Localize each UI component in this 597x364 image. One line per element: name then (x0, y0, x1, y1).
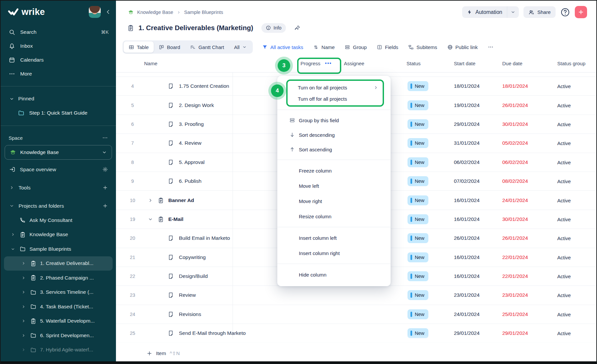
filter-button[interactable]: All active tasks (262, 44, 303, 50)
start-date[interactable]: 26/01/2024 (454, 235, 480, 241)
collapse-sidebar-button[interactable] (105, 9, 111, 15)
chevron-right-icon[interactable] (21, 304, 27, 309)
start-date[interactable]: 29/01/2024 (454, 121, 480, 127)
menu-item-insert-column-right[interactable]: Insert column right (277, 245, 391, 261)
item-name[interactable]: Design/Build (179, 273, 208, 279)
due-date[interactable]: 23/01/2024 (502, 292, 528, 298)
fields-button[interactable]: Fields (377, 44, 398, 50)
column-menu-dots-icon[interactable]: ••• (325, 61, 332, 66)
sidebar-item-7-hybrid-agile-waterf[interactable]: 7. Hybrid Agile-waterf... (4, 343, 113, 357)
due-date[interactable]: 30/01/2024 (502, 216, 528, 222)
status-badge[interactable]: New (407, 100, 428, 110)
item-name[interactable]: 5. Approval (179, 159, 205, 165)
menu-item-move-right[interactable]: Move right (277, 193, 391, 209)
menu-item-turn-off-for-all-projects[interactable]: Turn off for all projects (288, 93, 383, 104)
view-tab-board[interactable]: Board (154, 41, 185, 53)
menu-item-freeze-column[interactable]: Freeze column (277, 163, 391, 178)
chevron-down-icon[interactable] (507, 6, 519, 18)
column-header-name[interactable]: Name (144, 54, 157, 72)
item-name[interactable]: 1.75 Content Creation (179, 83, 229, 89)
status-badge[interactable]: New (407, 176, 428, 186)
chevron-right-icon[interactable] (21, 333, 27, 338)
status-badge[interactable]: New (407, 252, 428, 262)
pin-icon[interactable] (294, 25, 300, 31)
status-badge[interactable]: New (407, 309, 428, 319)
sidebar-item-4-task-based-ticket[interactable]: 4. Task Based (Ticket... (4, 299, 113, 314)
view-tab-gantt-chart[interactable]: Gantt Chart (185, 41, 229, 53)
chevron-right-icon[interactable] (9, 185, 14, 190)
view-tab-table[interactable]: Table (124, 41, 154, 53)
table-row-23[interactable]: 23ReviewNew23/01/202423/01/2024Active (116, 286, 596, 305)
item-name[interactable]: Build Email in Marketo (179, 235, 230, 241)
status-badge[interactable]: New (407, 157, 428, 167)
public-link-button[interactable]: Public link (447, 44, 478, 50)
sidebar-item-more[interactable]: More (1, 67, 116, 81)
status-badge[interactable]: New (407, 233, 428, 243)
sidebar-item-5-waterfall-developm[interactable]: 5. Waterfall Developm... (4, 314, 113, 329)
start-date[interactable]: 07/02/2024 (454, 178, 480, 184)
chevron-down-icon[interactable] (148, 217, 153, 222)
status-badge[interactable]: New (407, 195, 428, 205)
chevron-right-icon[interactable] (21, 261, 27, 266)
views-scope-dropdown[interactable]: All (229, 41, 252, 53)
sort-button[interactable]: Name (313, 44, 335, 50)
item-name[interactable]: Review (179, 292, 196, 298)
start-date[interactable]: 16/01/2024 (454, 254, 480, 260)
sidebar-item-sample-blueprints[interactable]: Sample Blueprints (4, 242, 113, 256)
sidebar-item-calendars[interactable]: Calendars (1, 53, 116, 67)
chevron-right-icon[interactable] (21, 276, 27, 280)
due-date[interactable]: 26/01/2024 (502, 235, 528, 241)
item-name[interactable]: Copywriting (179, 254, 206, 260)
sidebar-item-ask-my-consultant[interactable]: Ask My Consultant (4, 213, 113, 228)
chevron-right-icon[interactable] (11, 232, 16, 237)
due-date[interactable]: 06/02/2024 (502, 159, 528, 165)
sidebar-item-1-creative-deliverabl[interactable]: 1. Creative Deliverabl... (4, 256, 113, 271)
add-item-button[interactable]: Item ^⇧N (146, 350, 180, 356)
table-row-24[interactable]: 24RevisionsNew24/01/202425/01/2024Active (116, 305, 596, 324)
status-badge[interactable]: New (407, 119, 428, 129)
start-date[interactable]: 06/02/2024 (454, 159, 480, 165)
menu-item-resize-column[interactable]: Resize column (277, 209, 391, 224)
sidebar-item-search[interactable]: Search⌘K (1, 25, 116, 39)
column-header-assignee[interactable]: Assignee (344, 54, 364, 72)
help-button[interactable] (560, 7, 570, 17)
menu-item-sort-ascending[interactable]: Sort ascending (277, 142, 391, 157)
pinned-item-step-1-quick-start-guide[interactable]: Step 1: Quick Start Guide (1, 106, 116, 120)
chevron-down-icon[interactable] (9, 203, 14, 208)
sidebar-item-projects-and-folders[interactable]: Projects and folders (1, 199, 116, 213)
due-date[interactable]: 30/01/2024 (502, 121, 528, 127)
menu-item-turn-on-for-all-projects[interactable]: Turn on for all projects (288, 82, 383, 93)
item-name[interactable]: E-Mail (168, 216, 184, 222)
menu-item-move-left[interactable]: Move left (277, 178, 391, 193)
menu-item-hide-column[interactable]: Hide column (277, 267, 391, 282)
chevron-right-icon[interactable] (21, 347, 27, 352)
start-date[interactable]: 19/01/2024 (454, 102, 480, 108)
item-name[interactable]: Banner Ad (168, 197, 194, 203)
column-header-status[interactable]: Status (407, 54, 421, 72)
sidebar-item-tools[interactable]: Tools (1, 181, 116, 195)
group-button[interactable]: Group (345, 44, 367, 50)
more-toolbar-button[interactable] (488, 44, 494, 50)
status-badge[interactable]: New (407, 138, 428, 148)
user-avatar[interactable] (89, 6, 101, 18)
space-selector[interactable]: Knowledge Base (5, 145, 112, 160)
chevron-right-icon[interactable] (148, 198, 153, 203)
menu-item-insert-column-left[interactable]: Insert column left (277, 230, 391, 245)
wrike-logo[interactable]: wrike (8, 7, 45, 17)
start-date[interactable]: 16/01/2024 (454, 273, 480, 279)
start-date[interactable]: 16/01/2024 (454, 197, 480, 203)
status-badge[interactable]: New (407, 271, 428, 281)
status-badge[interactable]: New (407, 214, 428, 224)
item-name[interactable]: 2. Design Work (179, 102, 214, 108)
item-name[interactable]: 3. Proofing (179, 121, 204, 127)
start-date[interactable]: 18/01/2024 (454, 83, 480, 89)
plus-icon[interactable] (102, 185, 108, 190)
due-date[interactable]: 05/02/2024 (502, 140, 528, 146)
menu-item-group-by-this-field[interactable]: Group by this field (277, 113, 391, 128)
start-date[interactable]: 23/01/2024 (454, 292, 480, 298)
chevron-right-icon[interactable] (21, 290, 27, 294)
share-button[interactable]: Share (523, 6, 556, 18)
subitems-button[interactable]: Subitems (408, 44, 437, 50)
sidebar-item-2-phased-campaign[interactable]: 2. Phased Campaign ... (4, 271, 113, 285)
info-button[interactable]: Info (261, 23, 286, 33)
